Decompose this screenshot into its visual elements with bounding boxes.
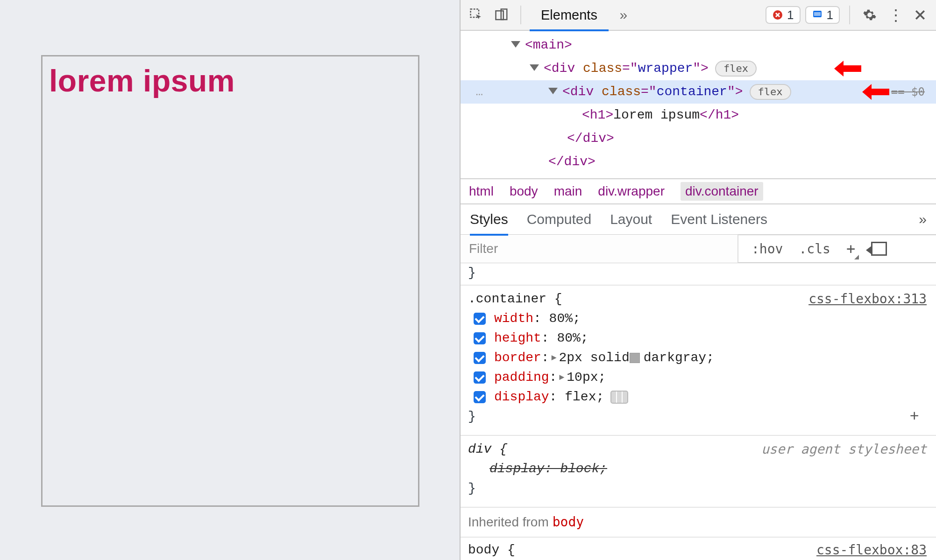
issues-count-pill[interactable]: 1 (805, 6, 840, 24)
css-declaration[interactable]: border: ▸ 2px solid darkgray; (468, 348, 929, 368)
settings-gear-icon[interactable] (859, 5, 880, 25)
error-count: 1 (787, 8, 794, 22)
rule-source-ua: user agent stylesheet (761, 440, 927, 459)
breadcrumb-item[interactable]: div.wrapper (598, 184, 665, 199)
declaration-checkbox[interactable] (474, 371, 486, 384)
dom-node-wrapper[interactable]: <div class="wrapper">flex (461, 57, 936, 80)
dom-tree[interactable]: <main> <div class="wrapper">flex …<div c… (461, 31, 936, 178)
expand-triangle-icon[interactable] (511, 41, 520, 48)
rule-selector[interactable]: body { (468, 543, 515, 557)
breadcrumb-item[interactable]: main (554, 184, 582, 199)
dom-breadcrumb[interactable]: html body main div.wrapper div.container (461, 178, 936, 204)
dom-node-main[interactable]: <main> (461, 34, 936, 57)
cls-toggle[interactable]: .cls (799, 241, 830, 257)
shorthand-expander-icon[interactable]: ▸ (558, 368, 566, 387)
rule-close-brace: }+ (468, 407, 929, 427)
toolbar-divider (849, 6, 850, 24)
inspect-element-icon[interactable] (466, 5, 487, 25)
inherited-from-row: Inherited frombody (461, 508, 936, 538)
selected-node-marker: == $0 (891, 80, 925, 104)
overridden-declaration: display: block; (468, 459, 929, 479)
flex-editor-icon[interactable] (610, 391, 628, 404)
error-count-pill[interactable]: 1 (766, 6, 800, 24)
flex-badge[interactable]: flex (715, 61, 757, 77)
rule-fragment-close: } (461, 263, 936, 286)
styles-panel[interactable]: } css-flexbox:313 .container { width: 80… (461, 263, 936, 560)
devtools-toolbar: Elements » 1 1 ⋮ (461, 0, 936, 31)
css-declaration[interactable]: padding: ▸ 10px; (468, 368, 929, 387)
toolbar-divider (520, 6, 521, 24)
expand-triangle-icon[interactable] (530, 64, 539, 71)
new-style-rule-icon[interactable]: + (846, 240, 855, 258)
css-rule-body-partial[interactable]: css-flexbox:83 body { (461, 538, 936, 560)
declaration-checkbox[interactable] (474, 391, 486, 403)
tab-elements[interactable]: Elements (530, 0, 609, 30)
flex-badge[interactable]: flex (750, 84, 791, 100)
device-toggle-icon[interactable] (491, 5, 512, 25)
shorthand-expander-icon[interactable]: ▸ (550, 348, 558, 368)
declaration-checkbox[interactable] (474, 352, 486, 364)
styles-filter-row: :hov .cls + (461, 235, 936, 263)
styles-subtabs: Styles Computed Layout Event Listeners » (461, 204, 936, 235)
breadcrumb-item-selected[interactable]: div.container (681, 182, 763, 201)
tab-computed[interactable]: Computed (527, 204, 591, 235)
tab-event-listeners[interactable]: Event Listeners (671, 204, 767, 235)
breadcrumb-item[interactable]: html (469, 184, 494, 199)
breadcrumb-item[interactable]: body (510, 184, 538, 199)
styles-filter-input[interactable] (461, 235, 738, 263)
tab-styles[interactable]: Styles (470, 204, 508, 235)
preview-heading: lorem ipsum (49, 63, 235, 499)
rule-source-link[interactable]: css-flexbox:83 (816, 540, 927, 560)
issues-count: 1 (827, 8, 833, 22)
hov-toggle[interactable]: :hov (752, 241, 783, 257)
expand-triangle-icon[interactable] (548, 88, 558, 94)
computed-sidebar-toggle-icon[interactable] (871, 242, 887, 256)
annotation-arrow-icon (862, 84, 889, 100)
css-declaration[interactable]: height: 80%; (468, 329, 929, 348)
more-tabs-chevrons-icon[interactable]: » (613, 5, 634, 25)
dom-node-container[interactable]: …<div class="container">flex == $0 (461, 80, 936, 104)
more-tabs-chevrons-icon[interactable]: » (919, 211, 927, 227)
rule-close-brace: } (468, 479, 929, 498)
dom-node-h1[interactable]: <h1>lorem ipsum</h1> (461, 104, 936, 127)
css-rule-div-ua[interactable]: user agent stylesheet div { display: blo… (461, 436, 936, 508)
devtools-panel: Elements » 1 1 ⋮ <main> <div class="wrap… (460, 0, 936, 560)
rendered-page-pane: lorem ipsum (0, 0, 460, 560)
svg-rect-1 (496, 11, 503, 20)
rule-source-link[interactable]: css-flexbox:313 (808, 289, 927, 309)
dom-node-div-close[interactable]: </div> (461, 150, 936, 174)
tab-layout[interactable]: Layout (610, 204, 652, 235)
css-rule-container[interactable]: css-flexbox:313 .container { width: 80%;… (461, 286, 936, 436)
kebab-menu-icon[interactable]: ⋮ (885, 5, 905, 25)
css-declaration[interactable]: display: flex; (468, 387, 929, 407)
css-declaration[interactable]: width: 80%; (468, 309, 929, 329)
color-swatch-icon[interactable] (630, 353, 640, 363)
close-devtools-icon[interactable] (910, 5, 930, 25)
annotation-arrow-icon (834, 61, 861, 77)
add-declaration-icon[interactable]: + (910, 407, 919, 427)
svg-rect-4 (813, 11, 822, 17)
declaration-checkbox[interactable] (474, 332, 486, 344)
dom-node-div-close[interactable]: </div> (461, 127, 936, 150)
declaration-checkbox[interactable] (474, 313, 486, 325)
line-actions-ellipsis-icon[interactable]: … (461, 80, 489, 104)
preview-container: lorem ipsum (41, 55, 419, 507)
